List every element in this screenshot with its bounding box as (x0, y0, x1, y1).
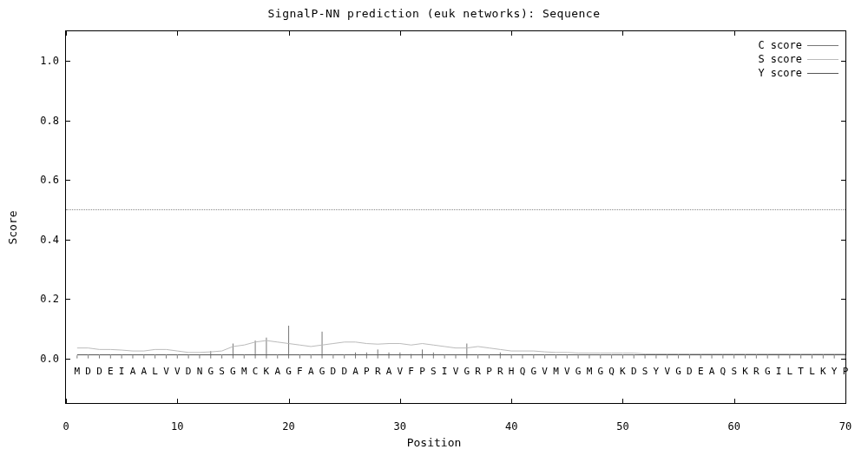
residue-letter: G (575, 366, 582, 377)
residue-letter: E (108, 366, 114, 377)
x-tick-label: 10 (171, 420, 183, 433)
residue-letter: G (319, 366, 326, 377)
residue-letter: T (798, 366, 804, 377)
legend: C score S score Y score (758, 38, 838, 80)
residue-letter: D (341, 366, 347, 377)
residue-letter: L (787, 366, 793, 377)
residue-letter: C (253, 366, 259, 377)
residue-letter: M (75, 366, 81, 377)
residue-letter: Y (832, 366, 838, 377)
residue-letter: D (687, 366, 693, 377)
residue-letter: P (364, 366, 370, 377)
residue-letter: M (241, 366, 247, 377)
residue-letter: M (587, 366, 593, 377)
residue-letter: F (408, 366, 414, 377)
residue-letter: P (843, 366, 849, 377)
residue-letter: G (464, 366, 470, 377)
residue-letter: G (530, 366, 536, 377)
residue-letter: D (96, 366, 102, 377)
residue-letter: L (809, 366, 815, 377)
residue-letter: E (698, 366, 704, 377)
residue-letter: K (264, 366, 270, 377)
residue-letter: D (186, 366, 192, 377)
residue-letter: V (453, 366, 459, 377)
residue-letter: A (386, 366, 392, 377)
residue-letter: G (230, 366, 236, 377)
residue-letter: A (274, 366, 280, 377)
y-tick-label: 1.0 (40, 55, 59, 67)
residue-letter: H (509, 366, 515, 377)
residue-letter: S (431, 366, 437, 377)
residue-letter: Q (520, 366, 526, 377)
x-tick-label: 70 (839, 420, 852, 433)
y-tick-label: 0.2 (40, 293, 59, 305)
residue-letter: V (664, 366, 670, 377)
residue-letter: S (219, 366, 225, 377)
residue-letter: S (642, 366, 648, 377)
residue-letter: V (564, 366, 570, 377)
y-tick-label: 0.4 (40, 234, 59, 246)
residue-letter: A (141, 366, 147, 377)
legend-swatch-c (807, 45, 838, 46)
plot-area: C score S score Y score 0.00.20.40.60.81… (65, 30, 846, 404)
residue-letter: A (308, 366, 314, 377)
residue-letter: R (475, 366, 481, 377)
residue-letter: N (197, 366, 203, 377)
residue-letter: G (597, 366, 603, 377)
x-axis-label: Position (0, 436, 868, 449)
residue-letter: A (352, 366, 358, 377)
x-tick-label: 30 (394, 420, 406, 433)
residue-letter: G (765, 366, 771, 377)
residue-letter: I (119, 366, 125, 377)
residue-letter: Y (654, 366, 660, 377)
legend-swatch-s (807, 59, 838, 60)
legend-label: S score (758, 53, 802, 65)
residue-letter: G (207, 366, 214, 377)
y-tick-label: 0.8 (40, 115, 59, 127)
residue-letter: A (709, 366, 715, 377)
residue-letter: D (331, 366, 337, 377)
legend-label: C score (758, 39, 802, 51)
residue-letter: I (442, 366, 448, 377)
residue-letter: P (486, 366, 492, 377)
residue-letter: Q (608, 366, 615, 377)
residue-letter: V (542, 366, 548, 377)
residue-letter: R (753, 366, 760, 377)
residue-letter: R (375, 366, 381, 377)
chart-container: SignalP-NN prediction (euk networks): Se… (0, 0, 868, 456)
data-series-layer (66, 31, 845, 403)
residue-letter: V (398, 366, 404, 377)
residue-letter: L (152, 366, 158, 377)
residue-letter: F (297, 366, 303, 377)
y-tick-label: 0.0 (40, 353, 59, 365)
x-tick-label: 60 (727, 420, 740, 433)
y-axis-label: Score (6, 210, 19, 244)
legend-entry: C score (758, 38, 838, 52)
y-tick-label: 0.6 (40, 174, 59, 186)
x-tick-label: 50 (616, 420, 628, 433)
legend-entry: S score (758, 52, 838, 66)
x-tick-label: 40 (505, 420, 517, 433)
x-tick-label: 20 (282, 420, 294, 433)
residue-letter: K (820, 366, 826, 377)
residue-letter: K (742, 366, 748, 377)
legend-label: Y score (758, 67, 802, 79)
legend-entry: Y score (758, 66, 838, 80)
residue-letter: A (130, 366, 136, 377)
residue-letter: D (85, 366, 91, 377)
x-tick-label: 0 (62, 420, 69, 433)
threshold-line (66, 209, 845, 210)
residue-letter: K (620, 366, 626, 377)
residue-letter: S (731, 366, 737, 377)
residue-letter: D (631, 366, 637, 377)
residue-letter: P (419, 366, 425, 377)
residue-letter: G (286, 366, 292, 377)
residue-letter: V (163, 366, 169, 377)
residue-letter: G (675, 366, 681, 377)
residue-letter: Q (720, 366, 727, 377)
chart-title: SignalP-NN prediction (euk networks): Se… (0, 7, 868, 20)
residue-letter: M (553, 366, 559, 377)
sequence-row: MDDEIAALVVDNGSGMCKAGFAGDDAPRAVFPSIVGRPRH… (66, 366, 845, 378)
residue-letter: R (497, 366, 503, 377)
legend-swatch-y (807, 73, 838, 74)
